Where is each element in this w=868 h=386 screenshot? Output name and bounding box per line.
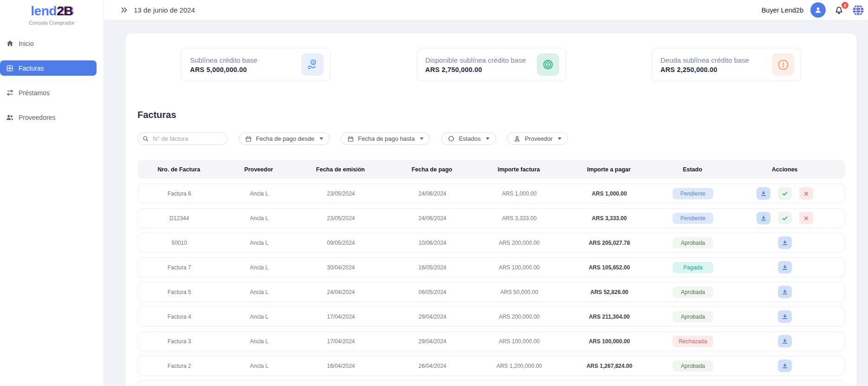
download-button[interactable] xyxy=(778,360,792,372)
invoice-search-input[interactable] xyxy=(137,132,228,145)
card-label: Sublínea crédito base xyxy=(190,56,301,64)
cell-estado: Pendiente xyxy=(661,213,725,224)
alert-octagon-icon xyxy=(772,53,794,76)
language-globe-button[interactable] xyxy=(852,4,864,16)
cell-importe-a-pagar: ARS 105,652.00 xyxy=(558,264,661,271)
chevron-down-icon xyxy=(558,137,561,140)
download-icon xyxy=(760,215,767,222)
cell-fecha-emision: 17/04/2024 xyxy=(298,338,384,345)
table-row: D12344 Ancla L 23/05/2024 24/06/2024 ARS… xyxy=(137,208,845,228)
cell-fecha-emision: 30/04/2024 xyxy=(298,264,384,271)
filter-fecha-pago-hasta[interactable]: Fecha de pago hasta xyxy=(341,132,430,145)
download-button[interactable] xyxy=(778,310,792,323)
cell-proveedor: Ancla L xyxy=(221,363,298,369)
topbar-right: Buyer Lend2b 2 xyxy=(762,2,864,18)
svg-text:$: $ xyxy=(547,62,549,67)
search-icon xyxy=(142,135,149,142)
sidebar-item-label: Inicio xyxy=(19,40,34,47)
cell-fecha-emision: 09/05/2024 xyxy=(298,240,384,246)
table-row: Factura 2 Ancla L 16/04/2024 26/04/2024 … xyxy=(137,356,845,376)
globe-icon xyxy=(852,4,864,16)
hand-coin-icon: $ xyxy=(301,53,324,76)
cell-importe-factura: ARS 100,000.00 xyxy=(481,264,558,271)
cell-proveedor: Ancla L xyxy=(221,240,298,246)
swap-arrows-icon xyxy=(5,88,14,98)
sidebar-expand-button[interactable] xyxy=(119,5,129,15)
cell-importe-factura: ARS 200,000.00 xyxy=(481,314,558,320)
download-button[interactable] xyxy=(778,261,792,274)
card-value: ARS 2,750,000.00 xyxy=(425,66,537,73)
download-icon xyxy=(782,264,788,271)
filter-proveedor[interactable]: Proveedor xyxy=(507,132,568,145)
brand-subtitle: Consola Comprador xyxy=(0,20,104,26)
filter-fecha-pago-desde[interactable]: Fecha de pago desde xyxy=(239,132,330,145)
download-button[interactable] xyxy=(778,335,792,347)
approve-button[interactable] xyxy=(778,187,792,200)
cell-fecha-emision: 16/04/2024 xyxy=(298,363,384,369)
cell-importe-a-pagar: ARS 100,000.00 xyxy=(558,338,661,345)
current-date: 13 de junio de 2024 xyxy=(134,6,195,14)
table-row-partial xyxy=(137,380,845,386)
invoices-table: Nro. de Factura Proveedor Fecha de emisi… xyxy=(137,160,845,386)
chevron-down-icon xyxy=(486,137,489,140)
download-button[interactable] xyxy=(757,212,770,224)
cell-acciones xyxy=(725,360,844,372)
user-avatar[interactable] xyxy=(810,2,826,18)
brand-logo: lend2B Consola Comprador xyxy=(0,0,104,26)
check-icon xyxy=(782,190,788,197)
invoices-section-title: Facturas xyxy=(137,110,857,120)
cell-estado: Aprobada xyxy=(661,360,725,372)
cell-nro-factura: Factura 7 xyxy=(138,264,221,271)
cell-fecha-pago: 06/05/2024 xyxy=(384,289,481,295)
approve-button[interactable] xyxy=(778,212,792,224)
cell-fecha-pago: 29/04/2024 xyxy=(384,314,481,320)
table-row: Factura 7 Ancla L 30/04/2024 16/05/2024 … xyxy=(137,257,845,277)
sidebar-item-label: Proveedores xyxy=(19,114,55,121)
sidebar: lend2B Consola Comprador Inicio Facturas… xyxy=(0,0,104,386)
cell-fecha-pago: 10/06/2024 xyxy=(384,240,481,246)
status-badge: Aprobada xyxy=(672,237,713,249)
cell-proveedor: Ancla L xyxy=(221,264,298,271)
cell-proveedor: Ancla L xyxy=(221,190,298,197)
sidebar-item-proveedores[interactable]: Proveedores xyxy=(0,110,97,125)
download-button[interactable] xyxy=(757,187,770,200)
summary-card-deuda: Deuda sublínea crédito base ARS 2,250,00… xyxy=(652,48,801,81)
cell-importe-a-pagar: ARS 1,267,824.00 xyxy=(558,363,661,369)
content-card: Sublínea crédito base ARS 5,000,000.00 $… xyxy=(125,33,857,386)
summary-cards-row: Sublínea crédito base ARS 5,000,000.00 $… xyxy=(181,48,801,81)
notifications-button[interactable]: 2 xyxy=(833,4,845,16)
table-row: Factura 3 Ancla L 17/04/2024 29/04/2024 … xyxy=(137,331,845,351)
download-icon xyxy=(760,190,767,197)
card-label: Disponible sublínea crédito base xyxy=(425,56,537,64)
download-icon xyxy=(782,289,788,295)
reject-button[interactable] xyxy=(799,187,813,200)
download-button[interactable] xyxy=(778,286,792,298)
card-value: ARS 5,000,000.00 xyxy=(190,66,301,73)
cell-acciones xyxy=(725,335,844,347)
sidebar-item-prestamos[interactable]: Préstamos xyxy=(0,85,97,100)
cell-fecha-emision: 23/05/2024 xyxy=(298,190,384,197)
cell-estado: Aprobada xyxy=(661,311,725,322)
sidebar-nav: Inicio Facturas Préstamos Proveedores xyxy=(0,36,104,125)
cell-nro-factura: 50010 xyxy=(138,240,221,246)
reject-button[interactable] xyxy=(799,212,813,224)
header-importe-a-pagar: Importe a pagar xyxy=(557,166,660,173)
circle-icon xyxy=(448,135,455,142)
sidebar-item-inicio[interactable]: Inicio xyxy=(0,36,97,51)
cell-fecha-pago: 16/05/2024 xyxy=(384,264,481,271)
check-icon xyxy=(782,215,788,222)
cell-estado: Pagada xyxy=(661,262,725,273)
download-icon xyxy=(782,363,788,369)
sidebar-item-label: Facturas xyxy=(19,65,44,72)
cell-nro-factura: Factura 5 xyxy=(138,289,221,295)
status-badge: Pendiente xyxy=(672,213,713,224)
status-badge: Aprobada xyxy=(672,311,713,322)
invoice-filters: Fecha de pago desde Fecha de pago hasta … xyxy=(137,132,857,145)
filter-estados[interactable]: Estados xyxy=(441,132,496,145)
download-button[interactable] xyxy=(778,236,792,249)
user-name: Buyer Lend2b xyxy=(762,7,803,14)
svg-text:$: $ xyxy=(312,60,314,65)
calendar-icon xyxy=(347,136,354,142)
cell-acciones xyxy=(725,236,844,249)
sidebar-item-facturas[interactable]: Facturas xyxy=(0,60,97,76)
